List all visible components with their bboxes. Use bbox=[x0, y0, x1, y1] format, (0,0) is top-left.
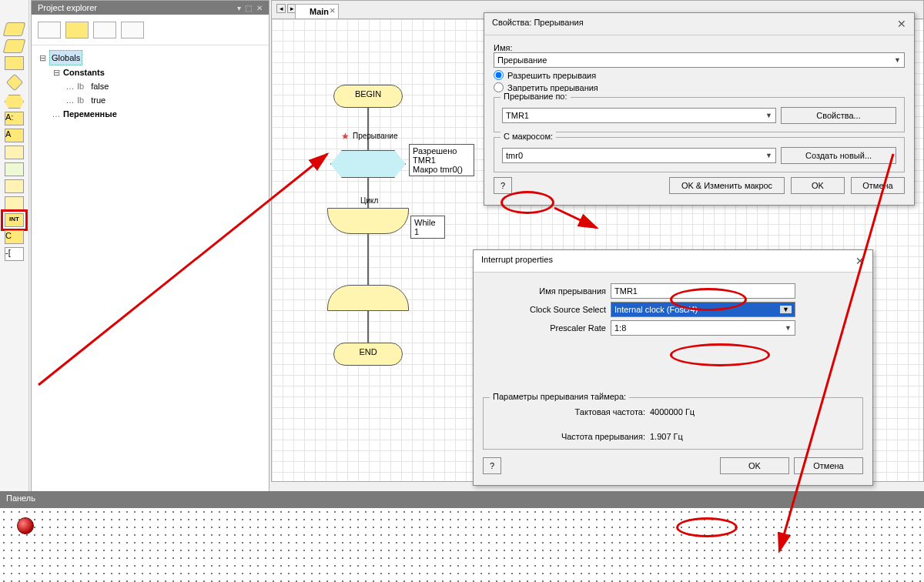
dlg2-presc-value: 1:8 bbox=[614, 323, 626, 333]
tool-calc-icon[interactable] bbox=[5, 196, 24, 210]
dlg1-name-value: Прерывание bbox=[497, 55, 547, 65]
dlg1-cancel-button[interactable]: Отмена bbox=[851, 177, 905, 194]
connector bbox=[367, 311, 369, 343]
dlg1-name-label: Имя: bbox=[494, 43, 512, 52]
dlg2-freq-label: Тактовая частота: bbox=[491, 407, 645, 416]
connector bbox=[367, 108, 369, 150]
dlg2-name-value: TMR1 bbox=[614, 286, 638, 296]
tree-false[interactable]: false bbox=[91, 79, 109, 93]
node-loop-label: While 1 bbox=[410, 216, 445, 239]
bottom-panel: Панель bbox=[0, 491, 924, 582]
tree-globals[interactable]: Globals bbox=[49, 50, 82, 65]
dlg1-group-by: Прерывание по: TMR1▼ Свойства... bbox=[494, 97, 905, 132]
dlg1-newmacro-button[interactable]: Создать новый... bbox=[781, 147, 896, 164]
node-loop-bottom[interactable] bbox=[327, 285, 409, 311]
dlg2-help-button[interactable]: ? bbox=[483, 457, 501, 474]
dlg1-by-combo[interactable]: TMR1▼ bbox=[502, 108, 776, 123]
tool-delay-icon[interactable] bbox=[5, 56, 24, 70]
explorer-title: Project explorer bbox=[38, 3, 97, 12]
bottom-panel-title: Панель bbox=[0, 491, 924, 505]
explorer-title-bar: Project explorer ▾ ⬚ ✕ bbox=[32, 1, 269, 15]
tab-main[interactable]: Main ✕ bbox=[295, 4, 339, 18]
dlg2-intfreq-label: Частота прерывания: bbox=[491, 432, 645, 441]
dlg2-presc-combo[interactable]: 1:8▼ bbox=[611, 320, 795, 336]
component-panel[interactable] bbox=[0, 508, 924, 582]
dlg2-title: Interrupt properties bbox=[481, 255, 553, 267]
dlg1-name-combo[interactable]: Прерывание▼ bbox=[494, 52, 905, 68]
explorer-btn-4[interactable] bbox=[121, 22, 144, 38]
dlg2-clock-value: Internal clock (Fosc/4) bbox=[614, 305, 698, 314]
dlg2-name-label: Имя прерывания bbox=[483, 286, 606, 296]
explorer-controls[interactable]: ▾ ⬚ ✕ bbox=[237, 4, 263, 12]
tool-jump-icon[interactable]: A bbox=[5, 129, 24, 142]
dlg1-title-bar[interactable]: Свойства: Прерывания ✕ bbox=[484, 13, 914, 35]
dlg1-help-button[interactable]: ? bbox=[494, 177, 512, 194]
dlg2-cancel-button[interactable]: Отмена bbox=[794, 457, 863, 474]
dlg1-group-by-legend: Прерывание по: bbox=[500, 92, 571, 101]
tool-interrupt-icon[interactable]: INT bbox=[5, 213, 24, 227]
dlg1-by-value: TMR1 bbox=[506, 111, 529, 120]
dlg2-group-params: Параметры прерывания таймера: Тактовая ч… bbox=[483, 397, 863, 450]
tool-component-icon[interactable] bbox=[5, 179, 24, 193]
tool-input-icon[interactable] bbox=[3, 22, 26, 36]
tool-comment-icon[interactable]: -[ bbox=[5, 247, 24, 261]
dlg2-ok-button[interactable]: OK bbox=[720, 457, 789, 474]
explorer-btn-3[interactable] bbox=[93, 22, 116, 38]
dlg2-name-field[interactable]: TMR1 bbox=[611, 283, 795, 299]
node-begin[interactable]: BEGIN bbox=[333, 85, 403, 108]
dlg2-group-params-legend: Параметры прерывания таймера: bbox=[490, 392, 629, 401]
dlg1-ok-edit-button[interactable]: OK & Изменить макрос bbox=[669, 177, 785, 194]
tool-loop-icon[interactable] bbox=[5, 146, 24, 159]
dlg2-freq-value: 4000000 Гц bbox=[650, 407, 695, 416]
tool-c-icon[interactable]: C bbox=[5, 230, 24, 244]
explorer-tree[interactable]: ⊟Globals ⊟Constants …Ⅰb false …Ⅰb true …… bbox=[32, 45, 269, 125]
explorer-btn-1[interactable] bbox=[38, 22, 61, 38]
tool-macro-icon[interactable] bbox=[5, 162, 24, 176]
dlg2-presc-label: Prescaler Rate bbox=[483, 323, 606, 333]
dlg2-clock-label: Clock Source Select bbox=[483, 305, 606, 314]
dlg1-radio-allow[interactable]: Разрешить прерываия bbox=[494, 70, 905, 80]
explorer-toolbar bbox=[32, 15, 269, 45]
connector bbox=[367, 234, 369, 285]
tab-main-label: Main bbox=[310, 7, 329, 16]
dialog-interrupt-params: Interrupt properties ✕ Имя прерывания TM… bbox=[473, 249, 873, 486]
tool-decision-icon[interactable] bbox=[5, 74, 23, 92]
dlg2-title-bar[interactable]: Interrupt properties ✕ bbox=[474, 250, 872, 273]
node-interrupt-title: Прерывание bbox=[353, 132, 398, 140]
dlg1-close-icon[interactable]: ✕ bbox=[897, 18, 906, 30]
dlg1-group-macro-legend: С макросом: bbox=[500, 132, 556, 141]
explorer-btn-2[interactable] bbox=[65, 22, 89, 38]
tool-output-icon[interactable] bbox=[3, 39, 26, 53]
node-end[interactable]: END bbox=[333, 343, 403, 366]
dlg1-group-macro: С макросом: tmr0▼ Создать новый... bbox=[494, 137, 905, 172]
star-icon: ★ bbox=[341, 131, 350, 142]
tab-close-icon[interactable]: ✕ bbox=[330, 7, 336, 15]
dlg1-macro-value: tmr0 bbox=[506, 151, 523, 160]
tree-constants[interactable]: Constants bbox=[63, 65, 105, 79]
node-loop-top[interactable] bbox=[327, 208, 409, 234]
tree-vars[interactable]: Переменные bbox=[63, 107, 117, 121]
dlg1-props-button[interactable]: Свойства... bbox=[781, 107, 896, 124]
tool-switch-icon[interactable] bbox=[5, 95, 24, 109]
led-component[interactable] bbox=[17, 517, 34, 534]
node-interrupt[interactable] bbox=[330, 150, 406, 178]
tab-nav[interactable]: ◂▸ bbox=[276, 4, 296, 13]
dialog-interrupt-properties: Свойства: Прерывания ✕ Имя: Прерывание▼ … bbox=[484, 12, 915, 206]
tree-true[interactable]: true bbox=[91, 93, 105, 107]
node-loop-title: Цикл bbox=[360, 196, 378, 205]
dlg1-macro-combo[interactable]: tmr0▼ bbox=[502, 148, 776, 163]
dlg2-clock-combo[interactable]: Internal clock (Fosc/4)▼ bbox=[611, 302, 795, 317]
dlg2-close-icon[interactable]: ✕ bbox=[855, 255, 865, 267]
tool-connector-icon[interactable]: A: bbox=[5, 112, 24, 125]
dlg1-title: Свойства: Прерывания bbox=[492, 18, 584, 30]
dlg2-intfreq-value: 1.907 Гц bbox=[650, 432, 683, 441]
node-interrupt-label: Разрешено TMR1 Макро tmr0() bbox=[409, 144, 474, 176]
dlg1-ok-button[interactable]: OK bbox=[791, 177, 845, 194]
